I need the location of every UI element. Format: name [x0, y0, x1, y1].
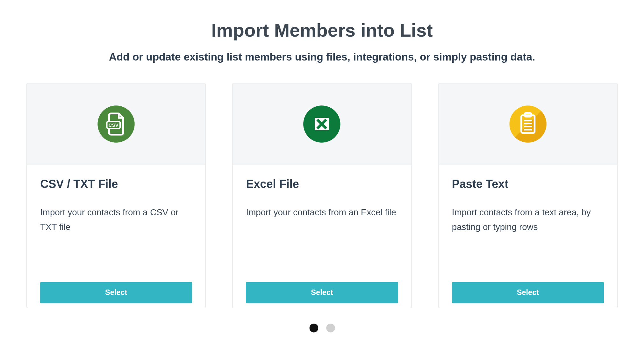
svg-text:CSV: CSV [109, 122, 119, 128]
select-csv-button[interactable]: Select [40, 282, 192, 304]
card-icon-area: CSV [27, 83, 205, 165]
import-members-page: Import Members into List Add or update e… [0, 0, 644, 350]
pager-dot-2[interactable] [326, 324, 335, 333]
card-title: Paste Text [452, 177, 604, 191]
page-title: Import Members into List [26, 20, 618, 41]
card-description: Import your contacts from a CSV or TXT f… [40, 205, 192, 273]
card-description: Import your contacts from an Excel file [246, 205, 398, 273]
import-card-excel: Excel File Import your contacts from an … [232, 83, 411, 308]
carousel-pager [26, 324, 618, 333]
card-title: CSV / TXT File [40, 177, 192, 191]
import-card-csv: CSV CSV / TXT File Import your contacts … [26, 83, 206, 308]
card-description: Import contacts from a text area, by pas… [452, 205, 604, 273]
page-subtitle: Add or update existing list members usin… [26, 51, 618, 63]
card-body: Excel File Import your contacts from an … [233, 165, 411, 308]
card-icon-area [233, 83, 411, 165]
card-body: Paste Text Import contacts from a text a… [439, 165, 617, 308]
import-card-paste: Paste Text Import contacts from a text a… [438, 83, 618, 308]
select-excel-button[interactable]: Select [246, 282, 398, 304]
card-title: Excel File [246, 177, 398, 191]
select-paste-button[interactable]: Select [452, 282, 604, 304]
clipboard-icon [509, 105, 546, 142]
pager-dot-1[interactable] [309, 324, 318, 333]
card-body: CSV / TXT File Import your contacts from… [27, 165, 205, 308]
import-method-cards: CSV CSV / TXT File Import your contacts … [26, 83, 618, 308]
csv-file-icon: CSV [98, 105, 135, 142]
card-icon-area [439, 83, 617, 165]
excel-file-icon [304, 105, 340, 142]
